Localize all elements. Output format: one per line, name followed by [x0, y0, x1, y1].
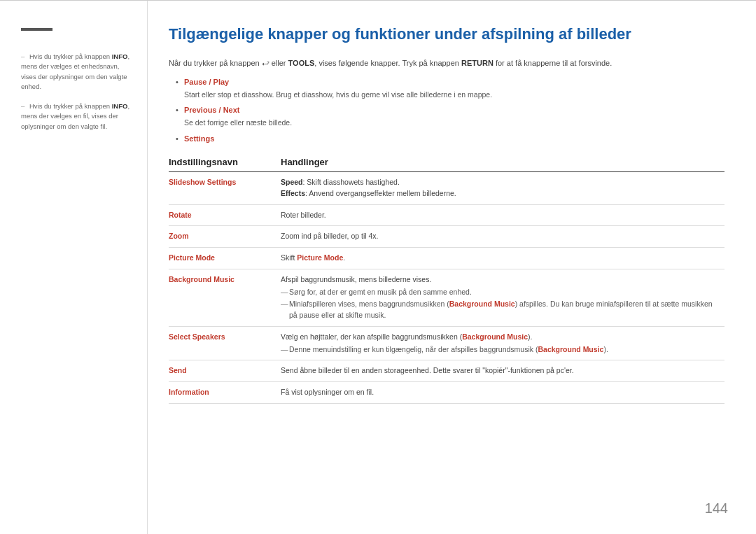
page-title: Tilgængelige knapper og funktioner under… — [169, 24, 724, 45]
row-slideshow: Slideshow Settings Speed: Skift diasshow… — [169, 172, 724, 205]
bullet-previous: Previous / Next Se det forrige eller næs… — [176, 104, 724, 128]
row-background-music-name: Background Music — [169, 269, 281, 326]
row-select-speakers: Select Speakers Vælg en højttaler, der k… — [169, 326, 724, 360]
sidebar-note-2: – Hvis du trykker på knappen INFO, mens … — [21, 101, 133, 132]
row-zoom-name: Zoom — [169, 226, 281, 248]
intro-paragraph: Når du trykker på knappen ⮐ eller TOOLS,… — [169, 57, 724, 70]
row-rotate-name: Rotate — [169, 204, 281, 226]
row-send: Send Send åbne billeder til en anden sto… — [169, 360, 724, 382]
sidebar-accent — [21, 28, 52, 31]
main-content: Tilgængelige knapper og funktioner under… — [147, 0, 756, 534]
row-background-music-actions: Afspil baggrundsmusik, mens billederne v… — [281, 269, 724, 326]
bullet-pause: Pause / Play Start eller stop et diassho… — [176, 76, 724, 100]
row-send-name: Send — [169, 360, 281, 382]
sidebar: – Hvis du trykker på knappen INFO, mens … — [0, 0, 147, 534]
feature-bullet-list: Pause / Play Start eller stop et diassho… — [169, 76, 724, 144]
row-information: Information Få vist oplysninger om en fi… — [169, 382, 724, 404]
table-header-row: Indstillingsnavn Handlinger — [169, 154, 724, 172]
page-number: 144 — [705, 500, 728, 517]
row-zoom-actions: Zoom ind på billeder, op til 4x. — [281, 226, 724, 248]
row-picture-mode-name: Picture Mode — [169, 248, 281, 269]
row-picture-mode-actions: Skift Picture Mode. — [281, 248, 724, 269]
row-slideshow-actions: Speed: Skift diasshowets hastighed. Effe… — [281, 172, 724, 205]
row-background-music: Background Music Afspil baggrundsmusik, … — [169, 269, 724, 326]
row-slideshow-name: Slideshow Settings — [169, 172, 281, 205]
row-picture-mode: Picture Mode Skift Picture Mode. — [169, 248, 724, 269]
row-rotate: Rotate Roter billeder. — [169, 204, 724, 226]
col-header-name: Indstillingsnavn — [169, 154, 281, 172]
row-select-speakers-name: Select Speakers — [169, 326, 281, 360]
row-send-actions: Send åbne billeder til en anden storagee… — [281, 360, 724, 382]
sidebar-note-1: – Hvis du trykker på knappen INFO, mens … — [21, 52, 133, 92]
col-header-actions: Handlinger — [281, 154, 724, 172]
row-rotate-actions: Roter billeder. — [281, 204, 724, 226]
settings-table: Indstillingsnavn Handlinger Slideshow Se… — [169, 154, 724, 404]
row-select-speakers-actions: Vælg en højttaler, der kan afspille bagg… — [281, 326, 724, 360]
bullet-settings: Settings — [176, 133, 724, 145]
row-information-actions: Få vist oplysninger om en fil. — [281, 382, 724, 404]
page-container: – Hvis du trykker på knappen INFO, mens … — [0, 0, 756, 534]
row-information-name: Information — [169, 382, 281, 404]
row-zoom: Zoom Zoom ind på billeder, op til 4x. — [169, 226, 724, 248]
